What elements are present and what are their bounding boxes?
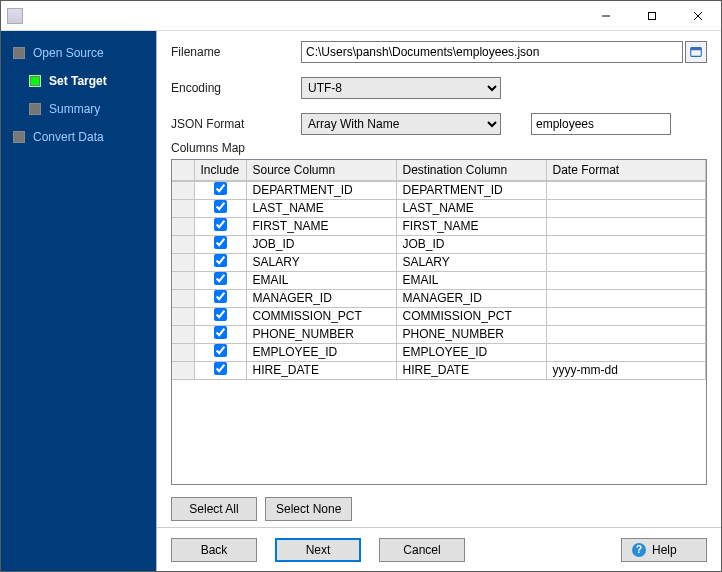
maximize-button[interactable]: [629, 1, 675, 30]
source-cell[interactable]: PHONE_NUMBER: [246, 325, 396, 343]
dest-cell[interactable]: DEPARTMENT_ID: [396, 181, 546, 199]
date-format-cell[interactable]: [546, 253, 706, 271]
next-button[interactable]: Next: [275, 538, 361, 562]
dest-cell[interactable]: JOB_ID: [396, 235, 546, 253]
step-indicator-icon: [13, 47, 25, 59]
table-row[interactable]: EMAILEMAIL: [172, 271, 706, 289]
table-row[interactable]: LAST_NAMELAST_NAME: [172, 199, 706, 217]
column-header-rowheader[interactable]: [172, 160, 194, 180]
date-format-cell[interactable]: [546, 217, 706, 235]
dest-cell[interactable]: HIRE_DATE: [396, 361, 546, 379]
dest-cell[interactable]: EMAIL: [396, 271, 546, 289]
date-format-cell[interactable]: [546, 325, 706, 343]
dest-cell[interactable]: MANAGER_ID: [396, 289, 546, 307]
column-header-date[interactable]: Date Format: [546, 160, 706, 180]
include-checkbox[interactable]: [214, 308, 227, 321]
dest-cell[interactable]: FIRST_NAME: [396, 217, 546, 235]
row-header[interactable]: [172, 361, 194, 379]
app-icon: [7, 8, 23, 24]
date-format-cell[interactable]: [546, 289, 706, 307]
filename-input[interactable]: [301, 41, 683, 63]
include-checkbox[interactable]: [214, 272, 227, 285]
help-icon: ?: [632, 543, 646, 557]
table-row[interactable]: FIRST_NAMEFIRST_NAME: [172, 217, 706, 235]
json-format-select[interactable]: Array With Name: [301, 113, 501, 135]
source-cell[interactable]: MANAGER_ID: [246, 289, 396, 307]
source-cell[interactable]: COMMISSION_PCT: [246, 307, 396, 325]
sidebar-item-summary[interactable]: Summary: [1, 95, 156, 123]
date-format-cell[interactable]: [546, 307, 706, 325]
source-cell[interactable]: EMPLOYEE_ID: [246, 343, 396, 361]
dest-cell[interactable]: LAST_NAME: [396, 199, 546, 217]
cancel-button[interactable]: Cancel: [379, 538, 465, 562]
folder-icon: [689, 45, 703, 59]
include-checkbox[interactable]: [214, 200, 227, 213]
back-button[interactable]: Back: [171, 538, 257, 562]
close-button[interactable]: [675, 1, 721, 30]
row-header[interactable]: [172, 271, 194, 289]
sidebar-item-set-target[interactable]: Set Target: [1, 67, 156, 95]
include-checkbox[interactable]: [214, 362, 227, 375]
table-row[interactable]: SALARYSALARY: [172, 253, 706, 271]
table-row[interactable]: COMMISSION_PCTCOMMISSION_PCT: [172, 307, 706, 325]
sidebar-item-convert-data[interactable]: Convert Data: [1, 123, 156, 151]
row-header[interactable]: [172, 289, 194, 307]
select-all-button[interactable]: Select All: [171, 497, 257, 521]
row-header[interactable]: [172, 325, 194, 343]
table-row[interactable]: HIRE_DATEHIRE_DATEyyyy-mm-dd: [172, 361, 706, 379]
row-header[interactable]: [172, 235, 194, 253]
include-checkbox[interactable]: [214, 344, 227, 357]
include-checkbox[interactable]: [214, 254, 227, 267]
row-header[interactable]: [172, 253, 194, 271]
table-row[interactable]: EMPLOYEE_IDEMPLOYEE_ID: [172, 343, 706, 361]
date-format-cell[interactable]: [546, 343, 706, 361]
include-checkbox[interactable]: [214, 218, 227, 231]
window: Open SourceSet TargetSummaryConvert Data…: [0, 0, 722, 572]
column-header-dest[interactable]: Destination Column: [396, 160, 546, 180]
source-cell[interactable]: SALARY: [246, 253, 396, 271]
source-cell[interactable]: JOB_ID: [246, 235, 396, 253]
include-checkbox[interactable]: [214, 290, 227, 303]
table-row[interactable]: JOB_IDJOB_ID: [172, 235, 706, 253]
dest-cell[interactable]: SALARY: [396, 253, 546, 271]
date-format-cell[interactable]: [546, 199, 706, 217]
source-cell[interactable]: HIRE_DATE: [246, 361, 396, 379]
titlebar[interactable]: [1, 1, 721, 31]
sidebar: Open SourceSet TargetSummaryConvert Data: [1, 31, 156, 571]
dest-cell[interactable]: PHONE_NUMBER: [396, 325, 546, 343]
json-name-input[interactable]: [531, 113, 671, 135]
source-cell[interactable]: EMAIL: [246, 271, 396, 289]
svg-rect-1: [649, 12, 656, 19]
table-row[interactable]: PHONE_NUMBERPHONE_NUMBER: [172, 325, 706, 343]
source-cell[interactable]: FIRST_NAME: [246, 217, 396, 235]
step-indicator-icon: [29, 75, 41, 87]
include-checkbox[interactable]: [214, 182, 227, 195]
column-header-source[interactable]: Source Column: [246, 160, 396, 180]
dest-cell[interactable]: EMPLOYEE_ID: [396, 343, 546, 361]
source-cell[interactable]: LAST_NAME: [246, 199, 396, 217]
minimize-button[interactable]: [583, 1, 629, 30]
row-header[interactable]: [172, 217, 194, 235]
select-none-button[interactable]: Select None: [265, 497, 352, 521]
table-row[interactable]: MANAGER_IDMANAGER_ID: [172, 289, 706, 307]
browse-button[interactable]: [685, 41, 707, 63]
encoding-select[interactable]: UTF-8: [301, 77, 501, 99]
include-checkbox[interactable]: [214, 236, 227, 249]
row-header[interactable]: [172, 199, 194, 217]
sidebar-item-label: Set Target: [49, 74, 107, 88]
sidebar-item-open-source[interactable]: Open Source: [1, 39, 156, 67]
row-header[interactable]: [172, 307, 194, 325]
date-format-cell[interactable]: [546, 235, 706, 253]
row-header[interactable]: [172, 181, 194, 199]
date-format-cell[interactable]: [546, 271, 706, 289]
source-cell[interactable]: DEPARTMENT_ID: [246, 181, 396, 199]
date-format-cell[interactable]: [546, 181, 706, 199]
row-header[interactable]: [172, 343, 194, 361]
help-button[interactable]: ? Help: [621, 538, 707, 562]
column-header-include[interactable]: Include: [194, 160, 246, 180]
include-checkbox[interactable]: [214, 326, 227, 339]
columns-map-grid: Include Source Column Destination Column…: [171, 159, 707, 485]
table-row[interactable]: DEPARTMENT_IDDEPARTMENT_ID: [172, 181, 706, 199]
dest-cell[interactable]: COMMISSION_PCT: [396, 307, 546, 325]
date-format-cell[interactable]: yyyy-mm-dd: [546, 361, 706, 379]
